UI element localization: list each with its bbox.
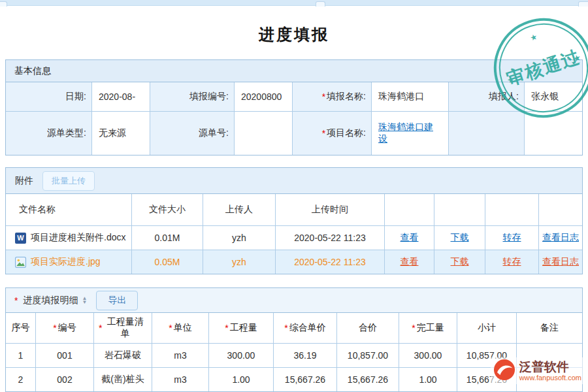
detail-completed: 300.00: [399, 344, 457, 367]
detail-total-price: 15,667.26: [337, 368, 399, 391]
report-no-label: 填报编号:: [150, 82, 234, 111]
file-name-text: 项目实际进度.jpg: [31, 256, 101, 268]
basic-info-header: 基本信息: [6, 60, 582, 82]
col-header-subtotal: 小计: [457, 313, 516, 343]
attachment-actions: 下载: [434, 250, 485, 274]
attachments-title: 附件: [15, 175, 33, 187]
file-name-text: 项目进度相关附件.docx: [31, 232, 125, 244]
attachment-actions: 转存: [485, 250, 538, 274]
tab-notch: [0, 1, 7, 7]
col-header-completed: *完工量: [399, 313, 457, 343]
detail-toolbar: * 进度填报明细 ▲ ▼ 导出: [6, 288, 582, 313]
project-name-value: 珠海鹤港口建设: [372, 112, 448, 155]
attachment-upload-time: 2020-05-22 11:23: [276, 226, 384, 250]
report-name-value: 珠海鹤港口: [372, 82, 448, 111]
required-asterisk: *: [53, 323, 56, 333]
source-type-value: 无来源: [92, 112, 150, 155]
date-label: 日期:: [6, 82, 91, 111]
attachment-uploader: yzh: [203, 250, 275, 274]
source-no-label: 源单号:: [150, 112, 234, 155]
col-header-action: [485, 194, 538, 225]
tab-notch: [316, 1, 325, 7]
report-name-label-text: 填报名称:: [327, 91, 366, 103]
source-type-label: 源单类型:: [6, 112, 91, 155]
detail-unit-price: 36.19: [274, 344, 336, 367]
view-log-link[interactable]: 查看日志: [542, 232, 579, 244]
attachment-file-size: 0.01M: [132, 226, 203, 250]
col-header-list: *工程量清单: [94, 313, 152, 343]
detail-list: 岩石爆破: [94, 344, 152, 367]
reporter-label: 填报人:: [449, 82, 524, 111]
attachment-actions: 查看: [385, 250, 434, 274]
attachments-section: 附件 批量上传 文件名称 文件大小 上传人 上传时间 W 项目进度相关附件.do…: [5, 167, 583, 274]
col-header-completed-text: 完工量: [417, 322, 444, 334]
transfer-link[interactable]: 转存: [503, 256, 521, 268]
attachment-upload-time: 2020-05-22 11:23: [276, 250, 384, 274]
project-link[interactable]: 珠海鹤港口建设: [378, 122, 442, 145]
attachment-actions: 查看: [385, 226, 434, 250]
col-header-file-name: 文件名称: [6, 194, 131, 225]
download-link[interactable]: 下载: [451, 232, 469, 244]
attachments-table: 文件名称 文件大小 上传人 上传时间 W 项目进度相关附件.docx 0.01M…: [6, 194, 582, 274]
col-header-unit-text: 单位: [174, 322, 192, 334]
detail-code: 002: [36, 368, 93, 391]
required-asterisk: *: [284, 323, 287, 333]
transfer-link[interactable]: 转存: [503, 232, 521, 244]
col-header-total-price: 合价: [337, 313, 399, 343]
col-header-action: [434, 194, 485, 225]
sort-icon[interactable]: ▲ ▼: [82, 297, 87, 304]
source-no-value: [235, 112, 292, 155]
detail-seq: 1: [6, 344, 35, 367]
word-file-icon: W: [15, 233, 26, 244]
detail-quantity: 1.00: [209, 368, 273, 391]
required-asterisk: *: [322, 91, 325, 102]
browser-top-strip: [0, 0, 588, 6]
batch-upload-button[interactable]: 批量上传: [42, 171, 95, 191]
col-header-upload-time: 上传时间: [276, 194, 384, 225]
required-asterisk: *: [412, 323, 415, 333]
detail-total-price: 10,857.00: [337, 344, 399, 367]
col-header-code: *编号: [36, 313, 93, 343]
col-header-quantity-text: 工程量: [230, 322, 257, 334]
col-header-file-size: 文件大小: [132, 194, 203, 225]
required-asterisk: *: [14, 295, 18, 306]
fanpu-watermark: 泛普软件 www.fanpusoft.com: [491, 357, 584, 384]
detail-unit: m3: [152, 344, 208, 367]
attachment-actions: 查看日志: [539, 226, 582, 250]
fanpu-logo-icon: [493, 359, 515, 383]
detail-list: 截(凿)桩头: [94, 368, 152, 391]
attachment-file-name[interactable]: 项目实际进度.jpg: [6, 250, 131, 274]
col-header-quantity: *工程量: [209, 313, 273, 343]
report-no-value: 20200800: [235, 82, 292, 111]
basic-info-section: 基本信息 日期: 2020-08- 填报编号: 20200800 * 填报名称:…: [5, 59, 583, 155]
detail-unit-price: 15,667.26: [274, 368, 336, 391]
required-asterisk: *: [225, 323, 228, 333]
export-button[interactable]: 导出: [96, 291, 138, 310]
detail-code: 001: [36, 344, 93, 367]
col-header-action: [385, 194, 434, 225]
col-header-action: [539, 194, 582, 225]
col-header-remark: 备注: [517, 313, 582, 343]
project-name-label: * 项目名称:: [293, 112, 371, 155]
detail-seq: 2: [6, 368, 35, 391]
attachment-file-size: 0.05M: [132, 250, 203, 274]
page-title: 进度填报: [0, 6, 588, 59]
basic-info-grid: 日期: 2020-08- 填报编号: 20200800 * 填报名称: 珠海鹤港…: [6, 82, 582, 155]
col-header-uploader: 上传人: [203, 194, 275, 225]
fanpu-watermark-text: 泛普软件 www.fanpusoft.com: [519, 361, 581, 382]
view-link[interactable]: 查看: [400, 232, 419, 244]
col-header-unit: *单位: [152, 313, 208, 343]
detail-quantity: 300.00: [209, 344, 273, 367]
col-header-list-text: 工程量清单: [103, 316, 147, 340]
attachment-actions: 查看日志: [539, 250, 582, 274]
image-file-icon: [15, 257, 26, 268]
attachment-file-name[interactable]: W 项目进度相关附件.docx: [6, 226, 131, 250]
required-asterisk: *: [322, 128, 325, 139]
required-asterisk: *: [99, 323, 102, 333]
view-log-link[interactable]: 查看日志: [542, 256, 579, 268]
empty-label-cell: [449, 112, 524, 155]
view-link[interactable]: 查看: [400, 256, 419, 268]
reporter-value: 张永银: [525, 82, 582, 111]
attachments-toolbar: 附件 批量上传: [6, 168, 582, 194]
download-link[interactable]: 下载: [451, 256, 469, 268]
